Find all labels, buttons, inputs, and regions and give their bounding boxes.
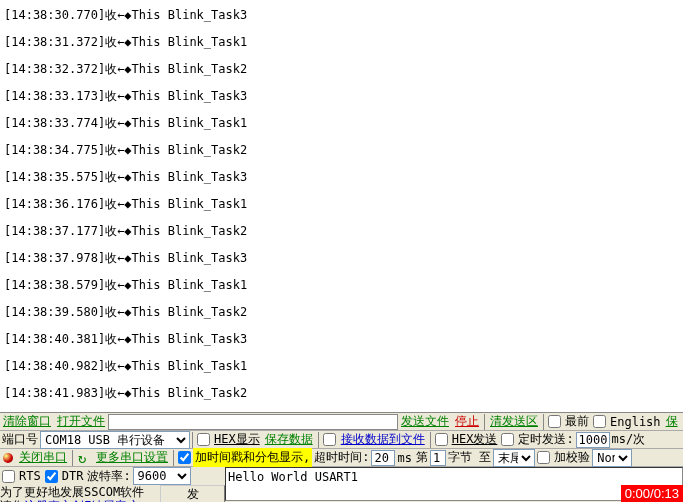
log-line: [14:38:33.173]收←◆This Blink_Task3: [4, 83, 679, 110]
send-button[interactable]: 发 送: [160, 485, 225, 502]
close-port-button[interactable]: 关闭串口: [16, 449, 70, 466]
hex-show-checkbox[interactable]: [197, 433, 210, 446]
baud-label: 波特率:: [85, 468, 132, 485]
rx-to-file-checkbox[interactable]: [323, 433, 336, 446]
baud-select[interactable]: 9600: [133, 467, 191, 485]
toolbar-row-2: 端口号 COM18 USB 串行设备 HEX显示 保存数据 接收数据到文件 HE…: [0, 431, 683, 449]
open-file-button[interactable]: 打开文件: [54, 413, 108, 430]
checksum-select[interactable]: None: [592, 449, 632, 467]
end-select[interactable]: 末尾: [493, 449, 535, 467]
dtr-label: DTR: [60, 469, 86, 483]
log-output: [14:38:30.770]收←◆This Blink_Task3[14:38:…: [0, 0, 683, 412]
control-panel: 清除窗口 打开文件 发送文件 停止 清发送区 最前 English 保 端口号 …: [0, 412, 683, 502]
toolbar-row-3: 关闭串口 更多串口设置 加时间戳和分包显示, 超时时间: ms 第 字节 至 末…: [0, 449, 683, 467]
port-label: 端口号: [0, 431, 40, 448]
stop-button[interactable]: 停止: [452, 413, 482, 430]
checksum-checkbox[interactable]: [537, 451, 550, 464]
file-path-box[interactable]: [108, 414, 398, 430]
port-select[interactable]: COM18 USB 串行设备: [40, 431, 190, 449]
checksum-label: 加校验: [552, 449, 592, 466]
log-line: [14:38:35.575]收←◆This Blink_Task3: [4, 164, 679, 191]
log-line: [14:38:36.176]收←◆This Blink_Task1: [4, 191, 679, 218]
hex-send-checkbox[interactable]: [435, 433, 448, 446]
separator: [173, 450, 174, 466]
log-line: [14:38:34.775]收←◆This Blink_Task2: [4, 137, 679, 164]
save-data-button[interactable]: 保存数据: [262, 431, 316, 448]
send-file-button[interactable]: 发送文件: [398, 413, 452, 430]
log-line: [14:38:37.177]收←◆This Blink_Task2: [4, 218, 679, 245]
toolbar-row-1: 清除窗口 打开文件 发送文件 停止 清发送区 最前 English 保: [0, 413, 683, 431]
byte-no-input[interactable]: [430, 450, 446, 466]
english-checkbox[interactable]: [593, 415, 606, 428]
hex-show-label: HEX显示: [212, 431, 262, 448]
refresh-icon[interactable]: [78, 452, 90, 464]
interval-input[interactable]: [576, 432, 610, 448]
byte-label: 字节 至: [446, 449, 493, 466]
tip-line-1: 为了更好地发展SSCOM软件: [0, 485, 160, 499]
log-line: [14:38:31.372]收←◆This Blink_Task1: [4, 29, 679, 56]
log-line: [14:38:32.372]收←◆This Blink_Task2: [4, 56, 679, 83]
clear-send-button[interactable]: 清发送区: [487, 413, 541, 430]
timed-send-label: 定时发送:: [516, 431, 575, 448]
separator: [72, 450, 73, 466]
log-line: [14:38:39.580]收←◆This Blink_Task2: [4, 299, 679, 326]
log-line: [14:38:30.770]收←◆This Blink_Task3: [4, 2, 679, 29]
log-line: [14:38:33.774]收←◆This Blink_Task1: [4, 110, 679, 137]
english-label: English: [608, 415, 663, 429]
log-line: [14:38:41.983]收←◆This Blink_Task2: [4, 380, 679, 407]
save-params-button[interactable]: 保: [663, 413, 681, 430]
log-line: [14:38:37.978]收←◆This Blink_Task3: [4, 245, 679, 272]
topmost-checkbox[interactable]: [548, 415, 561, 428]
no-label: 第: [414, 449, 430, 466]
dtr-checkbox[interactable]: [45, 470, 58, 483]
hex-send-label: HEX发送: [450, 431, 500, 448]
separator: [192, 432, 193, 448]
toolbar-row-4: RTS DTR 波特率: 9600 为了更好地发展SSCOM软件 请您注册嘉立创…: [0, 467, 683, 502]
separator: [318, 432, 319, 448]
more-settings-button[interactable]: 更多串口设置: [93, 449, 171, 466]
status-timer: 0:00/0:13: [621, 485, 683, 502]
rts-label: RTS: [17, 469, 43, 483]
log-line: [14:38:38.579]收←◆This Blink_Task1: [4, 272, 679, 299]
log-line: [14:38:40.982]收←◆This Blink_Task1: [4, 353, 679, 380]
separator: [543, 414, 544, 430]
separator: [430, 432, 431, 448]
timed-send-checkbox[interactable]: [501, 433, 514, 446]
timeout-input[interactable]: [371, 450, 395, 466]
timestamp-checkbox[interactable]: [178, 451, 191, 464]
send-input[interactable]: Hello World USART1: [225, 467, 683, 501]
interval-unit: ms/次: [610, 431, 648, 448]
rx-to-file-label[interactable]: 接收数据到文件: [338, 431, 428, 448]
log-line: [14:38:40.381]收←◆This Blink_Task3: [4, 326, 679, 353]
separator: [484, 414, 485, 430]
topmost-label: 最前: [563, 413, 591, 430]
rts-checkbox[interactable]: [2, 470, 15, 483]
record-icon: [3, 453, 13, 463]
clear-window-button[interactable]: 清除窗口: [0, 413, 54, 430]
timeout-label: 超时时间:: [312, 449, 371, 466]
timestamp-label: 加时间戳和分包显示,: [193, 448, 312, 467]
ms-label: ms: [395, 451, 413, 465]
